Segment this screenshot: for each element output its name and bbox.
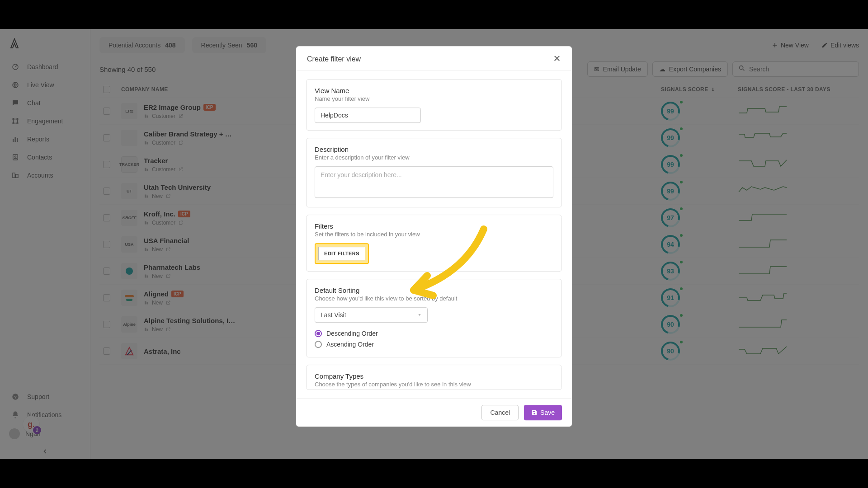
save-button[interactable]: Save — [524, 405, 562, 420]
radio-descending[interactable]: Descending Order — [315, 328, 553, 339]
chevron-down-icon — [417, 313, 422, 317]
save-icon — [531, 409, 538, 416]
radio-icon — [315, 330, 322, 337]
view-name-card: View Name Name your filter view — [306, 79, 562, 131]
edit-filters-highlight: EDIT FILTERS — [315, 243, 369, 264]
cancel-button[interactable]: Cancel — [481, 405, 519, 420]
modal-close-button[interactable] — [553, 54, 561, 64]
description-card: Description Enter a description of your … — [306, 138, 562, 207]
app-viewport: DashboardLive ViewChatEngagementReportsC… — [0, 29, 868, 459]
close-icon — [553, 54, 561, 62]
create-filter-view-modal: Create filter view View Name Name your f… — [296, 46, 572, 427]
radio-icon — [315, 341, 322, 348]
modal-header: Create filter view — [296, 46, 572, 71]
description-input[interactable] — [315, 166, 553, 198]
radio-ascending[interactable]: Ascending Order — [315, 339, 553, 350]
modal-title: Create filter view — [307, 55, 361, 63]
letterbox-top — [0, 0, 868, 29]
letterbox-bottom — [0, 459, 868, 488]
modal-body[interactable]: View Name Name your filter view Descript… — [296, 71, 572, 398]
filters-card: Filters Set the filters to be included i… — [306, 215, 562, 272]
modal-footer: Cancel Save — [296, 398, 572, 427]
default-sorting-card: Default Sorting Choose how you'd like th… — [306, 279, 562, 357]
company-types-card: Company Types Choose the types of compan… — [306, 365, 562, 390]
edit-filters-button[interactable]: EDIT FILTERS — [318, 247, 365, 260]
sort-by-dropdown[interactable]: Last Visit — [315, 307, 428, 323]
view-name-input[interactable] — [315, 108, 421, 123]
